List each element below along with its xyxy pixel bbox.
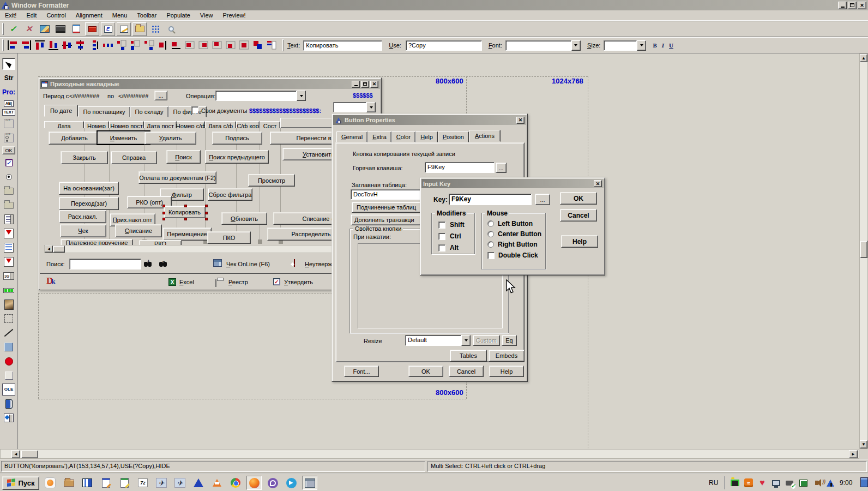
period-browse-button[interactable]: ... xyxy=(154,91,167,100)
ctrl-checkbox[interactable] xyxy=(438,233,445,240)
menu-item-view[interactable]: View xyxy=(195,10,218,20)
antivirus-icon[interactable]: ♥ xyxy=(757,477,768,488)
toolbar-grip[interactable] xyxy=(2,39,4,51)
viber-icon[interactable] xyxy=(265,476,280,490)
java-icon[interactable]: ≈ xyxy=(743,477,754,488)
design-button[interactable]: Чек xyxy=(60,224,106,237)
capture-icon[interactable] xyxy=(798,477,809,488)
notepad-icon[interactable] xyxy=(117,476,132,490)
scroll-thumb[interactable] xyxy=(53,246,65,253)
properties-tab-extra[interactable]: Extra xyxy=(367,131,391,142)
menu-item-populate[interactable]: Populate xyxy=(161,10,195,20)
animation-icon[interactable] xyxy=(53,22,68,36)
help-button[interactable]: Help xyxy=(561,235,598,248)
entry-tool[interactable]: AB| xyxy=(4,100,14,107)
design-button[interactable]: Подпись xyxy=(212,131,262,145)
prompt-tool[interactable]: Pro: xyxy=(2,86,15,98)
cheque-online-label[interactable]: Чек OnLine (F6) xyxy=(226,261,270,267)
pointer-tool[interactable] xyxy=(2,58,15,70)
period-from-picture[interactable]: <#/##/#### xyxy=(69,93,99,99)
resize-horizontal-icon[interactable] xyxy=(170,39,183,52)
maximize-button[interactable] xyxy=(848,2,857,9)
radio-tool[interactable] xyxy=(2,171,15,183)
design-button[interactable]: ПКО xyxy=(207,231,251,244)
scroll-right-arrow[interactable]: ► xyxy=(849,450,858,458)
report-tool[interactable] xyxy=(2,242,15,254)
option-box-tool[interactable]: xyz xyxy=(2,132,15,144)
align-top-icon[interactable] xyxy=(33,39,46,52)
design-button[interactable]: Оплата по документам (F2) xyxy=(138,171,216,184)
operation-select[interactable] xyxy=(215,91,306,101)
shift-checkbox[interactable] xyxy=(438,221,445,229)
design-tab[interactable]: По дате xyxy=(44,105,78,117)
align-left-icon[interactable] xyxy=(6,39,19,52)
registry-label[interactable]: Реестр xyxy=(228,279,248,285)
contain-left-icon[interactable] xyxy=(183,39,196,52)
selection-handle[interactable] xyxy=(184,205,187,207)
toolbar-grip[interactable] xyxy=(2,23,4,35)
selection-handle[interactable] xyxy=(162,218,165,220)
use-input[interactable]: ?Copy xyxy=(406,40,482,51)
column-header[interactable]: Дата с/ф xyxy=(205,121,236,129)
attach-right-icon[interactable] xyxy=(142,39,155,52)
chevron-down-icon[interactable] xyxy=(366,102,376,112)
design-button[interactable]: Копировать xyxy=(164,206,206,218)
dropcombo-tool[interactable] xyxy=(2,256,15,268)
left-button-radio[interactable] xyxy=(487,220,494,227)
design-button[interactable]: Поиск xyxy=(166,150,201,164)
start-button[interactable]: Пуск xyxy=(2,476,39,490)
image-icon[interactable] xyxy=(38,22,52,36)
region-tool[interactable] xyxy=(2,313,15,325)
align-right-icon[interactable] xyxy=(20,39,33,52)
ellipse-tool[interactable] xyxy=(2,355,15,367)
toolbar-grip[interactable] xyxy=(282,39,284,51)
design-button[interactable]: Поиск предыдущего xyxy=(205,150,269,164)
cancel-button[interactable]: Cancel xyxy=(560,209,597,221)
contain-center-icon[interactable] xyxy=(238,39,251,52)
properties-tab-color[interactable]: Color xyxy=(391,131,415,142)
input-key-title-bar[interactable]: Input Key ✕ xyxy=(421,179,604,188)
minimize-button[interactable] xyxy=(838,2,847,9)
scroll-thumb[interactable] xyxy=(21,450,38,458)
selection-handle[interactable] xyxy=(205,212,208,214)
draw-icon[interactable] xyxy=(117,22,131,36)
properties-icon[interactable]: E xyxy=(101,22,115,36)
ok-button[interactable]: OK xyxy=(408,366,443,377)
eq-button[interactable]: Eq xyxy=(502,335,517,346)
right-button-radio[interactable] xyxy=(487,241,494,248)
tables-button[interactable]: Tables xyxy=(450,350,487,362)
wordpad-icon[interactable] xyxy=(98,476,113,490)
properties-tab-actions[interactable]: Actions xyxy=(469,130,501,142)
design-tab[interactable]: По складу xyxy=(130,106,168,117)
remote-desktop-icon[interactable] xyxy=(770,477,781,488)
column-header[interactable]: Номер xyxy=(84,121,109,129)
designed-window[interactable]: Приходные накладные ✕ Период с <#/##/###… xyxy=(38,77,382,290)
canvas-horizontal-scrollbar[interactable]: ◄ ► xyxy=(0,449,859,459)
column-header[interactable]: С/ф кор xyxy=(236,121,260,129)
close-icon[interactable]: ✕ xyxy=(594,180,602,187)
period-to-picture[interactable]: <#/##/#### xyxy=(118,93,148,99)
sheet-tool[interactable] xyxy=(2,199,15,211)
resize-vertical-icon[interactable] xyxy=(156,39,169,52)
alt-checkbox[interactable] xyxy=(438,244,445,252)
column-header[interactable]: Дата xyxy=(44,121,84,129)
column-header[interactable]: Номер с/ф xyxy=(177,121,205,129)
design-button[interactable]: Удалить xyxy=(144,131,196,145)
scroll-left-arrow[interactable]: ◄ xyxy=(45,246,53,253)
properties-tab-position[interactable]: Position xyxy=(438,131,469,142)
media-player-icon[interactable] xyxy=(43,476,58,490)
design-button[interactable]: На основании(заг) xyxy=(59,182,119,195)
size-select[interactable] xyxy=(604,40,646,51)
language-indicator[interactable]: RU xyxy=(709,479,718,487)
pointer-tray-icon[interactable] xyxy=(825,477,836,488)
list-horizontal-scrollbar[interactable]: ◄ xyxy=(44,245,378,253)
network-laptop-icon[interactable] xyxy=(730,477,740,488)
zoom-icon[interactable] xyxy=(164,22,178,36)
hotkey-browse-button[interactable]: ... xyxy=(496,163,507,173)
properties-tab-help[interactable]: Help xyxy=(415,131,438,142)
contain-top-icon[interactable] xyxy=(210,39,224,52)
design-tab[interactable]: По поставщику xyxy=(78,106,130,117)
maximize-button[interactable] xyxy=(361,81,369,88)
panel-tool[interactable] xyxy=(2,341,15,353)
cancel-icon[interactable]: ✕ xyxy=(22,22,36,36)
